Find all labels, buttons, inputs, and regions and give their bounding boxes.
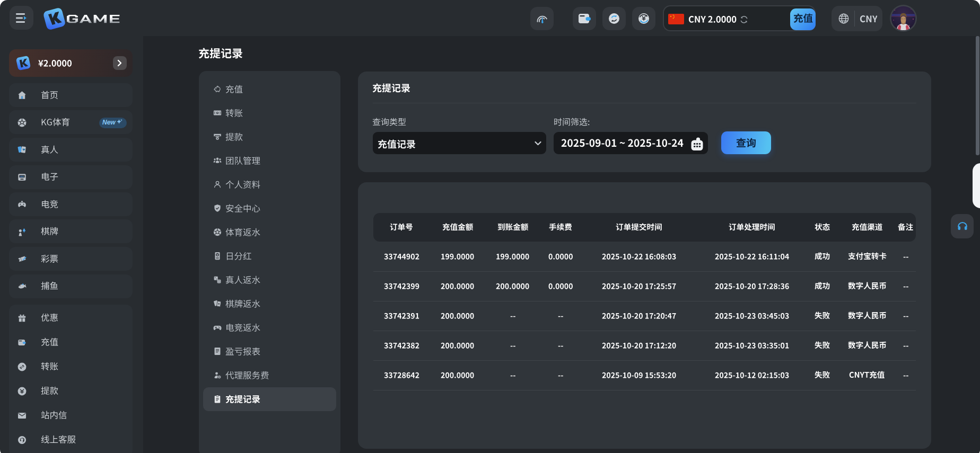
svg-text:777: 777 [20, 175, 24, 177]
